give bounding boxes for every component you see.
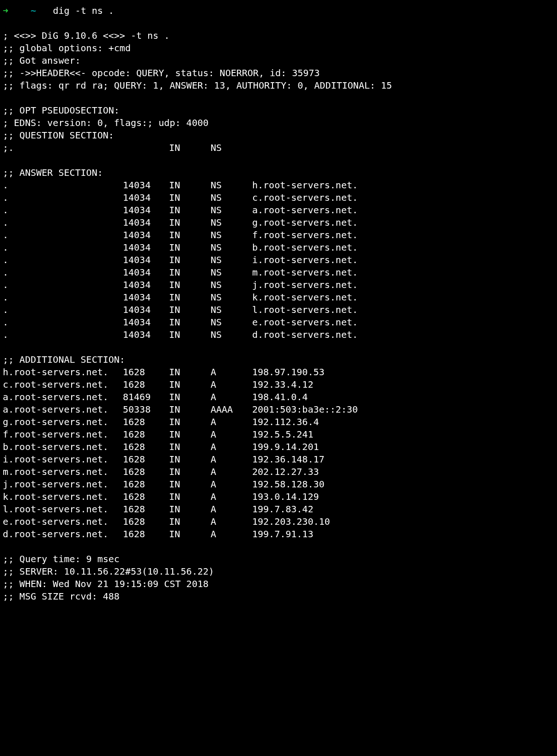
rr-data: a.root-servers.net. [252,204,554,216]
additional-row: b.root-servers.net.1628INA199.9.14.201 [3,441,554,453]
rr-class: IN [169,142,211,154]
additional-row: k.root-servers.net.1628INA193.0.14.129 [3,491,554,503]
rr-class: IN [169,516,211,528]
terminal-output[interactable]: ➜ ~ dig -t ns . ; <<>> DiG 9.10.6 <<>> -… [0,0,557,607]
rr-class: IN [169,291,211,304]
rr-data: e.root-servers.net. [252,316,554,329]
blank-line [3,341,554,354]
rr-name: . [3,316,123,329]
banner-line: ;; Got answer: [3,54,554,67]
rr-data [252,142,554,154]
rr-ttl: 1628 [123,466,169,478]
rr-ttl: 50338 [123,403,169,416]
rr-type: NS [211,316,252,329]
rr-data: 193.0.14.129 [252,491,554,503]
rr-name: h.root-servers.net. [3,366,123,378]
rr-name: f.root-servers.net. [3,428,123,441]
rr-class: IN [169,428,211,441]
rr-class: IN [169,279,211,291]
additional-row: h.root-servers.net.1628INA198.97.190.53 [3,366,554,378]
rr-name: . [3,204,123,216]
rr-name: . [3,329,123,341]
additional-row: g.root-servers.net.1628INA192.112.36.4 [3,416,554,428]
rr-ttl: 14034 [123,241,169,254]
rr-class: IN [169,441,211,453]
additional-row: f.root-servers.net.1628INA192.5.5.241 [3,428,554,441]
rr-type: A [211,428,252,441]
rr-data: g.root-servers.net. [252,216,554,229]
rr-type: NS [211,329,252,341]
rr-name: . [3,229,123,241]
rr-type: A [211,503,252,516]
additional-row: m.root-servers.net.1628INA202.12.27.33 [3,466,554,478]
additional-row: a.root-servers.net.50338INAAAA2001:503:b… [3,403,554,416]
rr-type: NS [211,241,252,254]
blank-line [3,540,554,553]
edns-line: ; EDNS: version: 0, flags:; udp: 4000 [3,117,554,129]
rr-ttl: 1628 [123,453,169,466]
banner-line: ; <<>> DiG 9.10.6 <<>> -t ns . [3,30,554,42]
rr-ttl: 14034 [123,204,169,216]
rr-data: 192.203.230.10 [252,516,554,528]
rr-class: IN [169,391,211,403]
rr-data: b.root-servers.net. [252,241,554,254]
additional-row: l.root-servers.net.1628INA199.7.83.42 [3,503,554,516]
prompt-arrow-icon: ➜ [3,5,8,16]
footer-msg-size: ;; MSG SIZE rcvd: 488 [3,590,554,603]
additional-row: j.root-servers.net.1628INA192.58.128.30 [3,478,554,491]
answer-row: .14034INNSh.root-servers.net. [3,179,554,192]
rr-ttl: 1628 [123,528,169,540]
rr-data: 192.36.148.17 [252,453,554,466]
additional-row: d.root-servers.net.1628INA199.7.91.13 [3,528,554,540]
footer-server: ;; SERVER: 10.11.56.22#53(10.11.56.22) [3,565,554,578]
rr-ttl: 1628 [123,416,169,428]
rr-name: . [3,266,123,279]
rr-name: m.root-servers.net. [3,466,123,478]
answer-row: .14034INNSg.root-servers.net. [3,216,554,229]
rr-class: IN [169,329,211,341]
rr-data: m.root-servers.net. [252,266,554,279]
rr-ttl: 1628 [123,428,169,441]
footer-when: ;; WHEN: Wed Nov 21 19:15:09 CST 2018 [3,578,554,590]
rr-class: IN [169,254,211,266]
rr-ttl: 1628 [123,491,169,503]
rr-data: h.root-servers.net. [252,179,554,192]
rr-ttl: 14034 [123,266,169,279]
rr-type: A [211,441,252,453]
rr-class: IN [169,466,211,478]
rr-data: 199.7.83.42 [252,503,554,516]
answer-section-header: ;; ANSWER SECTION: [3,167,554,179]
blank-line [3,92,554,104]
question-row: ;. IN NS [3,142,554,154]
rr-ttl: 1628 [123,516,169,528]
rr-type: A [211,528,252,540]
rr-ttl: 14034 [123,192,169,204]
rr-type: NS [211,279,252,291]
question-section-header: ;; QUESTION SECTION: [3,129,554,142]
rr-data: i.root-servers.net. [252,254,554,266]
rr-name: . [3,192,123,204]
additional-row: c.root-servers.net.1628INA192.33.4.12 [3,378,554,391]
rr-class: IN [169,453,211,466]
prompt-cwd: ~ [30,5,36,16]
rr-ttl: 14034 [123,291,169,304]
banner-line: ;; ->>HEADER<<- opcode: QUERY, status: N… [3,67,554,79]
answer-row: .14034INNSd.root-servers.net. [3,329,554,341]
opt-pseudosection-header: ;; OPT PSEUDOSECTION: [3,104,554,117]
rr-data: 198.97.190.53 [252,366,554,378]
rr-type: A [211,391,252,403]
rr-name: c.root-servers.net. [3,378,123,391]
rr-name: d.root-servers.net. [3,528,123,540]
rr-name: . [3,291,123,304]
rr-data: f.root-servers.net. [252,229,554,241]
banner-line: ;; flags: qr rd ra; QUERY: 1, ANSWER: 13… [3,79,554,92]
rr-type: NS [211,254,252,266]
rr-type: A [211,453,252,466]
rr-ttl: 81469 [123,391,169,403]
rr-type: NS [211,216,252,229]
rr-type: NS [211,204,252,216]
rr-class: IN [169,192,211,204]
rr-data: k.root-servers.net. [252,291,554,304]
rr-type: A [211,378,252,391]
additional-row: i.root-servers.net.1628INA192.36.148.17 [3,453,554,466]
